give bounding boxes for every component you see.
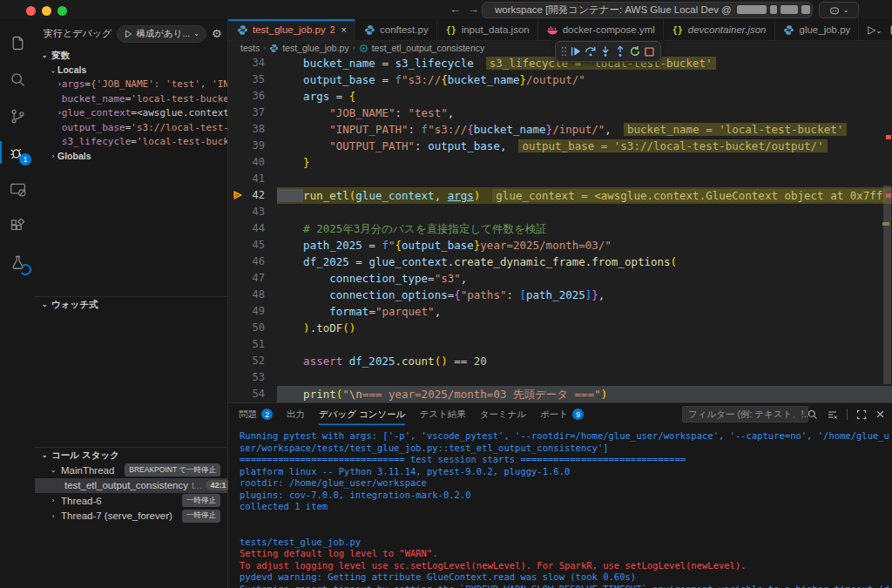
panel-tab-ターミナル[interactable]: ターミナル (480, 403, 526, 425)
code-line[interactable]: 48 connection_options={"paths": [path_20… (228, 287, 892, 303)
thread-row[interactable]: ›Thread-7 (serve_forever)一時停止 (35, 509, 227, 524)
editor-scrollbar[interactable] (883, 186, 891, 384)
code-line[interactable]: 53 (228, 369, 892, 386)
line-number-gutter[interactable]: 49 (228, 303, 277, 320)
line-number-gutter[interactable]: 53 (228, 369, 277, 386)
variable-row[interactable]: ›args = {'JOB_NAME': 'test', 'INPUT_PAT… (35, 78, 227, 92)
code-line[interactable]: 40 } (228, 154, 892, 171)
console-filter-input[interactable]: フィルター (例: テキスト、!... (682, 406, 808, 422)
line-number-gutter[interactable]: 48 (228, 287, 277, 303)
thread-row[interactable]: ⌄MainThreadBREAKPOINT で一時停止 (35, 463, 227, 478)
thread-row[interactable]: ›Thread-6一時停止 (35, 493, 227, 509)
line-number-gutter[interactable]: 46 (228, 253, 277, 270)
copilot-button[interactable]: ⌄ (819, 2, 859, 18)
variable-row[interactable]: output_base = 's3://local-test-bucket/… (35, 120, 227, 135)
scope-globals[interactable]: › Globals (35, 149, 227, 164)
code-line[interactable]: 51 (228, 336, 892, 353)
step-into-icon[interactable] (599, 45, 612, 57)
drag-handle[interactable] (561, 46, 567, 57)
step-out-icon[interactable] (614, 45, 626, 57)
back-icon[interactable]: ← (449, 3, 468, 16)
code-line[interactable]: 46 df_2025 = glue_context.create_dynamic… (228, 253, 892, 270)
line-number-gutter[interactable]: 39 (228, 138, 277, 154)
code-editor[interactable]: 34 bucket_name = s3_lifecycles3_lifecycl… (228, 55, 892, 402)
code-line[interactable]: 38 "INPUT_PATH": f"s3://{bucket_name}/in… (228, 121, 892, 138)
sidebar-item-search[interactable] (0, 63, 35, 96)
tab-glue_job.py[interactable]: glue_job.py (775, 19, 860, 40)
code-line[interactable]: 45 path_2025 = f"{output_base}year=2025/… (228, 237, 892, 253)
debug-config-dropdown[interactable]: 構成があり... ⌄ (117, 25, 206, 43)
breadcrumb-symbol[interactable]: test_etl_output_consistency (372, 43, 485, 53)
tab-test_glue_job.py[interactable]: test_glue_job.py2× (228, 19, 355, 40)
maximize-panel-icon[interactable] (856, 409, 867, 420)
macos-minimize-button[interactable] (42, 6, 51, 16)
variables-section-header[interactable]: ⌄ 変数 (35, 48, 227, 63)
variable-row[interactable]: s3_lifecycle = 'local-test-bucket' (35, 135, 227, 150)
scope-locals[interactable]: ⌄ Locals (35, 63, 227, 78)
variable-row[interactable]: bucket_name = 'local-test-bucket' (35, 91, 227, 106)
line-number-gutter[interactable]: 50 (228, 320, 277, 336)
code-line[interactable]: 54 print("\n=== year=2025/month=03 先頭データ… (228, 386, 892, 402)
code-line[interactable]: 42 run_etl(glue_context, args)glue_conte… (228, 187, 892, 204)
panel-tab-テスト結果[interactable]: テスト結果 (419, 403, 465, 425)
sidebar-item-remote-explorer[interactable] (0, 172, 35, 206)
search-icon[interactable] (808, 409, 818, 420)
line-number-gutter[interactable]: 34 (228, 55, 277, 71)
close-panel-icon[interactable] (875, 409, 885, 419)
line-number-gutter[interactable]: 47 (228, 270, 277, 287)
code-line[interactable]: 43 (228, 204, 892, 220)
variable-row[interactable]: ›glue_context = <awsglue.context.GlueCo… (35, 106, 227, 121)
stop-icon[interactable] (644, 46, 655, 57)
continue-icon[interactable] (570, 45, 582, 57)
panel-tab-ポート[interactable]: ポート9 (540, 403, 584, 425)
tab-input_data.json[interactable]: {}input_data.json (437, 19, 538, 40)
panel-tab-問題[interactable]: 問題2 (239, 403, 273, 425)
line-number-gutter[interactable]: 40 (228, 154, 277, 171)
line-number-gutter[interactable]: 51 (228, 336, 277, 353)
sidebar-item-source-control[interactable] (0, 99, 35, 132)
code-line[interactable]: 41 (228, 171, 892, 187)
run-python-file-button[interactable]: ▷⌄ (868, 24, 882, 36)
line-number-gutter[interactable]: 44 (228, 220, 277, 237)
step-over-icon[interactable] (585, 45, 597, 57)
sidebar-item-run-and-debug[interactable]: 1 (0, 136, 35, 169)
tab-devcontainer.json[interactable]: {}devcontainer.json (664, 19, 775, 40)
restart-icon[interactable] (629, 45, 641, 57)
line-number-gutter[interactable]: 54 (228, 386, 277, 402)
code-line[interactable]: 36 args = { (228, 88, 892, 105)
line-number-gutter[interactable]: 42 (228, 187, 277, 204)
line-number-gutter[interactable]: 37 (228, 105, 277, 121)
clear-console-icon[interactable] (827, 409, 838, 420)
code-line[interactable]: 37 "JOB_NAME": "test", (228, 105, 892, 121)
sidebar-item-testing[interactable] (0, 246, 35, 279)
code-line[interactable]: 44 # 2025年3月分のパスを直接指定して件数を検証 (228, 220, 892, 237)
breadcrumb-file[interactable]: test_glue_job.py (282, 43, 348, 53)
panel-tab-デバッグ コンソール[interactable]: デバッグ コンソール (319, 403, 405, 425)
line-number-gutter[interactable]: 52 (228, 353, 277, 369)
history-nav[interactable]: ←→ (449, 3, 486, 16)
breadcrumb-folder[interactable]: tests (240, 43, 260, 53)
sidebar-item-extensions[interactable] (0, 209, 35, 242)
line-number-gutter[interactable]: 45 (228, 237, 277, 253)
watch-section-header[interactable]: ⌄ ウォッチ式 (35, 297, 227, 312)
panel-tab-出力[interactable]: 出力 (287, 403, 305, 425)
line-number-gutter[interactable]: 41 (228, 171, 277, 187)
gear-icon[interactable]: ⚙ (212, 27, 222, 40)
line-number-gutter[interactable]: 43 (228, 204, 277, 220)
line-number-gutter[interactable]: 38 (228, 121, 277, 138)
code-line[interactable]: 52 assert df_2025.count() == 20 (228, 353, 892, 369)
sidebar-item-explorer[interactable] (0, 26, 35, 59)
line-number-gutter[interactable]: 36 (228, 88, 277, 105)
tab-conftest.py[interactable]: conftest.py (355, 19, 437, 40)
code-line[interactable]: 39 "OUTPUT_PATH": output_base,output_bas… (228, 138, 892, 154)
code-line[interactable]: 49 format="parquet", (228, 303, 892, 320)
call-stack-section-header[interactable]: ⌄ コール スタック (35, 448, 227, 463)
macos-close-button[interactable] (26, 6, 36, 16)
tab-docker-compose.yml[interactable]: docker-compose.yml (538, 19, 664, 40)
command-center[interactable]: workspace [開発コンテナー: AWS Glue Local Dev @ (482, 2, 813, 18)
stack-frame-row[interactable]: test_etl_output_consistencyt...42:1 (35, 478, 227, 494)
code-line[interactable]: 50 ).toDF() (228, 320, 892, 336)
macos-zoom-button[interactable] (57, 6, 67, 16)
code-line[interactable]: 47 connection_type="s3", (228, 270, 892, 287)
line-number-gutter[interactable]: 35 (228, 71, 277, 88)
